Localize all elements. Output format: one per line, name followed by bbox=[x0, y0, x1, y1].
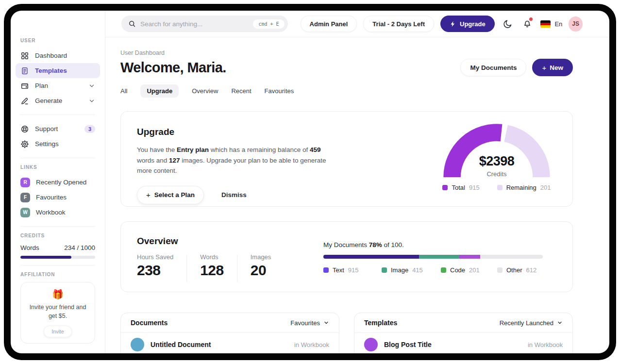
chevron-down-icon bbox=[557, 320, 563, 326]
document-list-item[interactable]: Untitled Document in Workbook bbox=[121, 333, 339, 353]
upgrade-card: Upgrade You have the Entry plan which ha… bbox=[120, 111, 573, 207]
search-input[interactable] bbox=[140, 20, 249, 28]
documents-card: Documents Favourites Untitled Document i… bbox=[120, 313, 339, 353]
page-title: Welcome, Maria. bbox=[120, 60, 226, 76]
wallet-icon bbox=[20, 82, 29, 90]
search-shortcut-badge: cmd + E bbox=[253, 19, 284, 29]
upgrade-button[interactable]: Upgrade bbox=[440, 16, 495, 32]
chevron-down-icon bbox=[323, 320, 329, 326]
legend-item-image: Image 415 bbox=[382, 266, 441, 274]
tab-overview[interactable]: Overview bbox=[192, 84, 218, 98]
sidebar-divider bbox=[20, 158, 95, 158]
template-list-item[interactable]: Blog Post Title in Workbook bbox=[354, 333, 572, 353]
gauge-center-value: $2398 bbox=[479, 154, 515, 169]
tab-favourites[interactable]: Favourites bbox=[265, 84, 294, 98]
trial-status-button[interactable]: Trial - 2 Days Left bbox=[363, 16, 434, 32]
topbar: cmd + E Admin Panel Trial - 2 Days Left … bbox=[105, 11, 609, 37]
bar-segment-text bbox=[323, 255, 419, 259]
credits-gauge-chart: $2398 Credits Total 915 Remaining bbox=[440, 121, 553, 191]
link-avatar: F bbox=[20, 193, 30, 202]
credits-metric-name: Words bbox=[20, 244, 39, 251]
bar-segment-code bbox=[459, 255, 480, 259]
legend-item-total: Total 915 bbox=[442, 184, 479, 191]
filter-tabs: All Upgrade Overview Recent Favourites bbox=[120, 84, 573, 98]
gauge-center-label: Credits bbox=[486, 170, 506, 178]
sidebar-section-credits: CREDITS bbox=[20, 233, 95, 238]
stat-words: Words 128 bbox=[200, 253, 224, 282]
sidebar: USER Dashboard Templates Plan Generate S… bbox=[11, 11, 105, 353]
legend-item-code: Code 201 bbox=[441, 266, 497, 274]
search-bar[interactable]: cmd + E bbox=[121, 16, 288, 32]
sidebar-item-label: Templates bbox=[35, 67, 67, 74]
sidebar-link-recently-opened[interactable]: R Recently Opened bbox=[16, 175, 100, 190]
chevron-down-icon bbox=[88, 83, 95, 89]
document-avatar bbox=[131, 338, 144, 351]
legend-item-text: Text 915 bbox=[323, 266, 382, 274]
sidebar-item-label: Generate bbox=[35, 97, 62, 104]
templates-filter-dropdown[interactable]: Recently Launched bbox=[500, 319, 563, 327]
sidebar-divider bbox=[20, 265, 95, 265]
progress-caption: My Documents 78% of 100. bbox=[323, 241, 543, 248]
credits-progress-track bbox=[20, 256, 95, 259]
document-title: Untitled Document bbox=[151, 341, 211, 348]
legend-swatch bbox=[441, 267, 446, 273]
invite-button[interactable]: Invite bbox=[44, 326, 71, 337]
upgrade-card-body: You have the Entry plan which has a rema… bbox=[137, 145, 333, 176]
sidebar-item-settings[interactable]: Settings bbox=[16, 136, 100, 151]
user-avatar[interactable]: JS bbox=[569, 17, 583, 32]
tab-recent[interactable]: Recent bbox=[231, 84, 251, 98]
grid-icon bbox=[20, 51, 29, 60]
main-area: cmd + E Admin Panel Trial - 2 Days Left … bbox=[105, 11, 609, 353]
upgrade-button-label: Upgrade bbox=[460, 20, 486, 28]
sidebar-item-label: Settings bbox=[35, 140, 59, 148]
sidebar-link-workbook[interactable]: W Workbook bbox=[16, 205, 100, 220]
sidebar-item-templates[interactable]: Templates bbox=[16, 63, 100, 78]
gift-icon: 🎁 bbox=[25, 289, 91, 300]
moon-icon bbox=[503, 19, 513, 29]
bar-segment-image bbox=[419, 255, 460, 259]
notifications-button[interactable] bbox=[521, 17, 535, 31]
document-icon bbox=[20, 66, 29, 75]
my-documents-button[interactable]: My Documents bbox=[460, 59, 526, 76]
templates-card: Templates Recently Launched Blog Post Ti… bbox=[354, 313, 573, 353]
documents-card-title: Documents bbox=[131, 319, 168, 327]
pencil-icon bbox=[20, 97, 29, 105]
sidebar-link-label: Recently Opened bbox=[36, 179, 86, 186]
language-selector[interactable]: En bbox=[540, 20, 562, 28]
breadcrumb: User Dashboard bbox=[120, 50, 573, 56]
sidebar-item-support[interactable]: Support 3 bbox=[16, 121, 100, 136]
tab-all[interactable]: All bbox=[120, 84, 127, 98]
select-plan-button[interactable]: + Select a Plan bbox=[137, 186, 204, 204]
dismiss-button[interactable]: Dismiss bbox=[221, 191, 247, 199]
documents-filter-dropdown[interactable]: Favourites bbox=[290, 319, 329, 327]
app-window: USER Dashboard Templates Plan Generate S… bbox=[11, 11, 609, 353]
select-plan-label: Select a Plan bbox=[154, 191, 195, 199]
sidebar-item-label: Dashboard bbox=[35, 52, 67, 59]
sidebar-item-dashboard[interactable]: Dashboard bbox=[16, 48, 100, 63]
stacked-progress-bar bbox=[323, 255, 543, 259]
upgrade-card-title: Upgrade bbox=[137, 127, 349, 137]
sidebar-section-affiliation: AFFILIATION bbox=[20, 272, 95, 277]
sidebar-divider bbox=[20, 226, 95, 227]
gauge-legend: Total 915 Remaining 201 bbox=[440, 184, 553, 191]
new-button[interactable]: + New bbox=[532, 59, 573, 76]
templates-card-title: Templates bbox=[364, 319, 397, 327]
sidebar-item-generate[interactable]: Generate bbox=[16, 93, 100, 108]
germany-flag-icon bbox=[540, 20, 551, 28]
sidebar-item-label: Support bbox=[35, 125, 58, 132]
sidebar-link-favourites[interactable]: F Favourites bbox=[16, 190, 100, 205]
plus-icon: + bbox=[542, 64, 546, 71]
stat-divider bbox=[186, 255, 187, 282]
dark-mode-toggle[interactable] bbox=[501, 17, 515, 31]
stat-hours-saved: Hours Saved 238 bbox=[137, 253, 173, 282]
sidebar-item-plan[interactable]: Plan bbox=[16, 78, 100, 93]
tab-upgrade[interactable]: Upgrade bbox=[140, 84, 179, 98]
search-icon bbox=[128, 20, 136, 28]
template-avatar bbox=[364, 338, 378, 351]
stat-divider bbox=[237, 255, 237, 282]
stat-images: Images 20 bbox=[251, 253, 271, 282]
sidebar-link-label: Favourites bbox=[36, 194, 67, 201]
admin-panel-button[interactable]: Admin Panel bbox=[301, 16, 357, 32]
chevron-down-icon bbox=[88, 98, 95, 104]
overview-card: Overview Hours Saved 238 Words 128 Image… bbox=[120, 221, 573, 292]
